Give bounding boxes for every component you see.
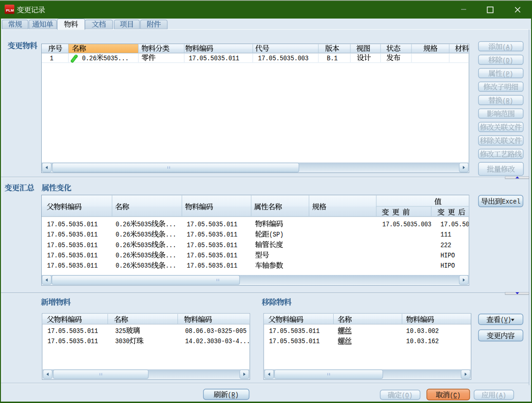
svg-text:3030: 3030 bbox=[115, 338, 129, 345]
svg-text:17.05.5035.011: 17.05.5035.011 bbox=[47, 231, 98, 238]
svg-text:HIPO: HIPO bbox=[440, 252, 455, 259]
svg-text:...: ... bbox=[165, 262, 176, 269]
svg-text:17.05.5035.003: 17.05.5035.003 bbox=[258, 55, 309, 62]
svg-text:5035: 5035 bbox=[137, 262, 152, 269]
svg-text:5035: 5035 bbox=[137, 252, 152, 259]
svg-text:B.1: B.1 bbox=[327, 55, 337, 62]
svg-text:17.05.5035.011: 17.05.5035.011 bbox=[47, 252, 98, 259]
svg-text:17.05.5035.011: 17.05.5035.011 bbox=[269, 327, 320, 335]
svg-text:10.03.002: 10.03.002 bbox=[406, 327, 439, 335]
svg-text:...: ... bbox=[165, 252, 176, 259]
svg-text:0.26: 0.26 bbox=[116, 262, 130, 269]
svg-text:5035...: 5035... bbox=[103, 55, 129, 62]
svg-text:17.05.5035.011: 17.05.5035.011 bbox=[187, 221, 237, 228]
svg-text:0.26: 0.26 bbox=[116, 242, 130, 249]
svg-text:17.05.5035.011: 17.05.5035.011 bbox=[47, 242, 98, 249]
svg-text:0.26: 0.26 bbox=[116, 231, 130, 238]
svg-text:0.26: 0.26 bbox=[116, 252, 130, 259]
svg-text:14.02.3030-03-4...: 14.02.3030-03-4... bbox=[185, 338, 250, 345]
svg-text:0.26: 0.26 bbox=[116, 221, 130, 228]
svg-text:17.05.5035.011: 17.05.5035.011 bbox=[47, 221, 98, 228]
svg-text:17.05.5035.011: 17.05.5035.011 bbox=[47, 327, 98, 335]
svg-text:08.06.03-0325-005: 08.06.03-0325-005 bbox=[185, 327, 247, 335]
svg-text:17.05.5035.011: 17.05.5035.011 bbox=[187, 231, 237, 238]
svg-text:17.05.5035.011: 17.05.5035.011 bbox=[187, 252, 237, 259]
svg-text:PLM: PLM bbox=[6, 8, 14, 13]
svg-text:...: ... bbox=[165, 231, 176, 238]
svg-text:HIPO: HIPO bbox=[440, 262, 455, 269]
svg-text:1: 1 bbox=[50, 55, 54, 62]
svg-text:111: 111 bbox=[440, 231, 451, 238]
svg-text:17.05.5035.011: 17.05.5035.011 bbox=[189, 55, 239, 62]
svg-text:...: ... bbox=[165, 242, 176, 249]
svg-text:17.05.503: 17.05.503 bbox=[440, 221, 473, 228]
svg-text:17.05.5035.011: 17.05.5035.011 bbox=[269, 338, 320, 345]
svg-text:(V): (V) bbox=[500, 316, 511, 324]
svg-text:(SP): (SP) bbox=[269, 231, 284, 238]
svg-text:222: 222 bbox=[440, 242, 451, 249]
svg-text:17.05.5035.011: 17.05.5035.011 bbox=[187, 242, 237, 249]
svg-text:5035: 5035 bbox=[137, 221, 152, 228]
svg-text:325: 325 bbox=[115, 327, 126, 335]
svg-text:5035: 5035 bbox=[137, 231, 152, 238]
svg-text:10.03.162: 10.03.162 bbox=[406, 338, 439, 345]
svg-text:17.05.5035.003: 17.05.5035.003 bbox=[382, 221, 431, 228]
svg-text:5035: 5035 bbox=[137, 242, 152, 249]
svg-text:17.05.5035.011: 17.05.5035.011 bbox=[47, 338, 98, 345]
svg-text:17.05.5035.011: 17.05.5035.011 bbox=[47, 262, 98, 269]
svg-text:...: ... bbox=[165, 221, 176, 228]
svg-text:Excel: Excel bbox=[502, 198, 520, 205]
svg-text:0.26: 0.26 bbox=[82, 55, 96, 62]
svg-text:17.05.5035.011: 17.05.5035.011 bbox=[187, 262, 237, 269]
